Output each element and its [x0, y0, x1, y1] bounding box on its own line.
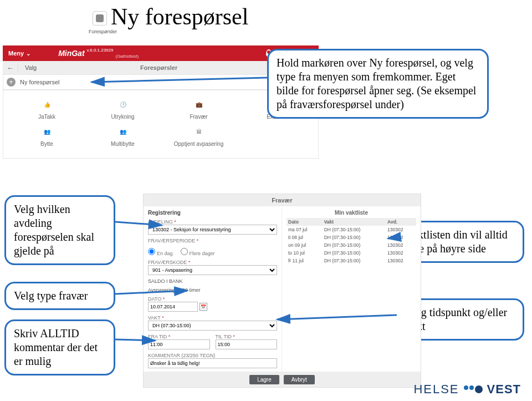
type-bytte[interactable]: 👥 Bytte	[22, 124, 72, 147]
til-label: TIL TID	[216, 334, 278, 339]
saldo-value: Avspasering: 0.00 timer	[148, 287, 277, 293]
page-title: Ny forespørsel	[111, 3, 248, 30]
kommentar-label: KOMMENTAR (23/250 TEGN)	[148, 353, 277, 358]
section-heading: Forespørsler	[140, 64, 177, 71]
people-group-icon: 👥	[115, 124, 131, 139]
type-jatakk[interactable]: 👍 JaTakk	[22, 97, 72, 120]
table-row[interactable]: fr 11 julDH (07:30-15:00)130302	[287, 257, 416, 265]
vaktliste-panel: Min vaktliste Dato Vakt Avd. ma 07 julDH…	[282, 206, 421, 372]
periode-label: FRAVÆRSPERIODE	[148, 238, 277, 243]
callout-fravær: Velg type fravær	[4, 282, 115, 310]
fravær-editor: Fravær Registrering AVDELING 130302 - Se…	[143, 194, 421, 388]
dato-input[interactable]	[148, 302, 198, 312]
helse-vest-logo: HELSE VEST	[413, 382, 521, 397]
clock-icon: 🕐	[115, 97, 131, 111]
save-button[interactable]: Lagre	[249, 375, 279, 384]
fra-input[interactable]	[148, 339, 210, 349]
dato-label: DATO	[148, 296, 277, 302]
editor-footer: Lagre Avbryt	[144, 372, 421, 387]
callout-avdeling: Velg hvilken avdeling forespørselen skal…	[4, 195, 115, 265]
bank-icon: 🏛	[191, 124, 207, 139]
saldo-label: SALDO I BANK	[148, 278, 277, 284]
briefcase-icon: 💼	[191, 97, 207, 111]
people-icon: 👥	[39, 124, 55, 139]
forespor-icon-label: Forespørsler	[89, 29, 111, 34]
col-vakt: Vakt	[323, 218, 386, 226]
reg-title: Registrering	[148, 210, 277, 216]
editor-title: Fravær	[144, 194, 421, 206]
til-input[interactable]	[216, 339, 278, 349]
forespor-icon: Forespørsler	[89, 11, 111, 34]
env: (Gathsttest)	[115, 54, 139, 59]
chevron-down-icon: ⌄	[26, 50, 30, 57]
callout-kommentar: Skriv ALLTID kommentar der det er mulig	[4, 319, 115, 375]
vaktliste-table: Dato Vakt Avd. ma 07 julDH (07:30-15:00)…	[287, 218, 416, 265]
logo-vest: VEST	[487, 382, 521, 397]
type-opptjent[interactable]: 🏛 Opptjent avpasering	[174, 124, 224, 147]
table-row[interactable]: on 09 julDH (07:30-15:00)130302	[287, 241, 416, 249]
calendar-icon[interactable]: 📅	[200, 303, 207, 311]
thumbs-up-icon: 👍	[39, 97, 55, 111]
kode-select[interactable]: 901 - Avspasering	[148, 265, 277, 275]
logo-helse: HELSE	[413, 382, 459, 397]
vaktliste-title: Min vaktliste	[287, 210, 416, 216]
table-row[interactable]: ti 08 julDH (07:30-15:00)130302	[287, 234, 416, 241]
type-fravaer[interactable]: 💼 Fravær	[174, 97, 224, 120]
avdeling-select[interactable]: 130302 - Seksjon for ressursstyring	[148, 225, 277, 235]
plus-icon: +	[7, 78, 16, 87]
radio-fleredager[interactable]: Flere dager	[181, 248, 215, 256]
col-dato: Dato	[287, 218, 323, 226]
kommentar-input[interactable]	[148, 358, 277, 368]
valg-label: Valg	[18, 64, 140, 71]
cancel-button[interactable]: Avbryt	[284, 375, 315, 384]
radio-endag[interactable]: En dag	[148, 248, 173, 256]
brand: MinGat	[58, 49, 84, 58]
vakt-select[interactable]: DH (07:30-15:00)	[148, 321, 277, 331]
menu-button[interactable]: Meny⌄	[8, 50, 30, 57]
avdeling-label: AVDELING	[148, 219, 277, 225]
back-button[interactable]: ←	[3, 64, 18, 72]
registrering-panel: Registrering AVDELING 130302 - Seksjon f…	[144, 206, 282, 372]
table-row[interactable]: ma 07 julDH (07:30-15:00)130302	[287, 226, 416, 234]
fra-label: FRA TID	[148, 334, 210, 339]
col-avd: Avd.	[386, 218, 416, 226]
logo-dots-icon	[464, 385, 483, 393]
type-utrykning[interactable]: 🕐 Utrykning	[98, 97, 148, 120]
callout-main: Hold markøren over Ny forespørsel, og ve…	[267, 49, 489, 119]
speech-bubble-icon	[93, 11, 107, 26]
type-multibytte[interactable]: 👥 Multibytte	[98, 124, 148, 147]
kode-label: FRAVÆRSKODE	[148, 260, 277, 265]
vakt-label: VAKT	[148, 315, 277, 321]
table-row[interactable]: to 10 julDH (07:30-15:00)130302	[287, 249, 416, 257]
version: v.6.0.1.23929	[87, 48, 114, 53]
